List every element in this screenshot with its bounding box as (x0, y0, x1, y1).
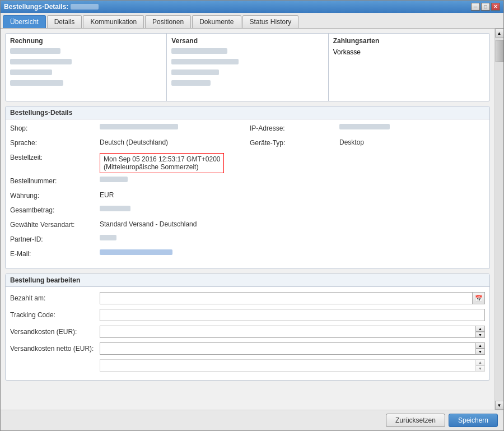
calendar-icon: 📅 (475, 295, 483, 302)
bestellnummer-row: Bestellnummer: (10, 177, 245, 188)
bestellzeit-value: Mon Sep 05 2016 12:53:17 GMT+0200 (Mitte… (100, 153, 245, 173)
tab-positionen[interactable]: Positionen (145, 15, 191, 28)
versandkosten-input[interactable] (100, 326, 476, 338)
gesamtbetrag-label: Gesamtbetrag: (10, 206, 100, 214)
bezahlt-input-group: 📅 (100, 292, 485, 304)
window-controls: ─ □ ✕ (471, 3, 500, 11)
bestellungs-details-header: Bestellungs-Details (6, 106, 489, 119)
email-label: E-Mail: (10, 249, 100, 258)
sprache-row: Sprache: Deutsch (Deutschland) (10, 138, 245, 150)
versand-line1 (171, 48, 323, 57)
bezahlt-input[interactable] (100, 292, 473, 304)
versandkosten-netto-label: Versandkosten netto (EUR): (10, 345, 100, 353)
versandkosten-down-button[interactable]: ▼ (476, 332, 485, 338)
bestellzeit-row: Bestellzeit: Mon Sep 05 2016 12:53:17 GM… (10, 153, 245, 173)
tracking-label: Tracking Code: (10, 311, 100, 319)
reset-button[interactable]: Zurücksetzen (386, 414, 445, 427)
versandart-row: Gewählte Versandart: Standard Versand - … (10, 220, 245, 231)
versandkosten-netto-up-button[interactable]: ▲ (476, 342, 485, 349)
bestellungs-details-section: Bestellungs-Details Shop: (5, 106, 490, 269)
window-title: Bestellungs-Details: (4, 3, 99, 11)
sprache-label: Sprache: (10, 138, 100, 147)
main-area: Rechnung Versand (1, 29, 494, 410)
tab-dokumente[interactable]: Dokumente (192, 15, 241, 28)
zahlungsarten-title: Zahlungsarten (333, 37, 485, 45)
zahlungsarten-panel: Zahlungsarten Vorkasse (329, 34, 489, 101)
geraete-row: Geräte-Typ: Desktop (250, 138, 485, 150)
rechnung-title: Rechnung (10, 37, 162, 45)
ip-label: IP-Adresse: (250, 124, 339, 132)
footer: Zurücksetzen Speichern (1, 410, 503, 430)
bestellung-bearbeiten-header: Bestellung bearbeiten (6, 274, 489, 287)
waehrung-label: Währung: (10, 191, 100, 200)
waehrung-row: Währung: EUR (10, 191, 245, 202)
versandkosten-netto-input-group: ▲ ▼ (100, 342, 485, 355)
versandart-label: Gewählte Versandart: (10, 220, 100, 229)
minimize-icon: ─ (474, 4, 477, 10)
title-bar: Bestellungs-Details: ─ □ ✕ (1, 1, 503, 13)
sprache-value: Deutsch (Deutschland) (100, 138, 245, 146)
scroll-down-icon: ▼ (497, 403, 502, 408)
bestellnummer-label: Bestellnummer: (10, 177, 100, 185)
partner-value (100, 235, 245, 244)
zahlungsarten-value: Vorkasse (333, 48, 485, 56)
tab-kommunikation[interactable]: Kommunikation (83, 15, 144, 28)
extra-up-button[interactable]: ▲ (476, 359, 485, 365)
versand-line2 (171, 59, 323, 68)
partner-label: Partner-ID: (10, 235, 100, 243)
email-value (100, 249, 245, 258)
main-window: Bestellungs-Details: ─ □ ✕ Übersicht Det… (0, 0, 504, 431)
tab-details[interactable]: Details (47, 15, 82, 28)
tracking-input[interactable] (100, 309, 485, 321)
tab-status-history[interactable]: Status History (242, 15, 299, 28)
versand-panel: Versand (167, 34, 328, 101)
versandkosten-up-button[interactable]: ▲ (476, 326, 485, 332)
versandkosten-spinner: ▲ ▼ (476, 326, 485, 338)
bezahlt-row: Bezahlt am: 📅 (10, 291, 485, 305)
scrollbar-thumb[interactable] (496, 40, 503, 62)
calendar-button[interactable]: 📅 (473, 292, 485, 304)
versand-line3 (171, 69, 323, 78)
details-two-col: Shop: Sprache: Deutsch (Deutschland) (10, 124, 485, 264)
versandart-value: Standard Versand - Deutschland (100, 220, 245, 228)
scroll-down-button[interactable]: ▼ (495, 401, 504, 410)
waehrung-value: EUR (100, 191, 245, 199)
versandkosten-input-group: ▲ ▼ (100, 326, 485, 338)
order-time-box: Mon Sep 05 2016 12:53:17 GMT+0200 (Mitte… (100, 153, 224, 173)
save-label: Speichern (458, 416, 488, 424)
versandkosten-netto-input[interactable] (100, 342, 476, 355)
extra-spinner: ▲ ▼ (476, 359, 485, 372)
scrollbar-track (495, 38, 503, 401)
gesamtbetrag-value (100, 206, 245, 215)
geraete-label: Geräte-Typ: (250, 138, 339, 147)
tab-ubersicht[interactable]: Übersicht (3, 15, 46, 28)
scroll-up-button[interactable]: ▲ (495, 29, 504, 38)
geraete-value: Desktop (339, 138, 485, 146)
title-blurred (71, 4, 99, 10)
scroll-up-icon: ▲ (497, 31, 502, 36)
bestellzeit-label: Bestellzeit: (10, 153, 100, 161)
rechnung-line1 (10, 48, 162, 57)
bestellung-bearbeiten-body: Bezahlt am: 📅 Tracking Code: (6, 287, 489, 380)
minimize-button[interactable]: ─ (471, 3, 480, 11)
extra-down-button[interactable]: ▼ (476, 365, 485, 372)
details-col-right: IP-Adresse: Geräte-Typ: Desktop (245, 124, 485, 264)
maximize-button[interactable]: □ (481, 3, 490, 11)
versandkosten-netto-down-button[interactable]: ▼ (476, 349, 485, 355)
extra-row: ▲ ▼ (10, 359, 485, 372)
partner-row: Partner-ID: (10, 235, 245, 246)
versand-line4 (171, 80, 323, 89)
maximize-icon: □ (484, 4, 487, 10)
extra-input[interactable] (100, 359, 476, 372)
bestellung-bearbeiten-section: Bestellung bearbeiten Bezahlt am: 📅 (5, 274, 490, 381)
versandkosten-row: Versandkosten (EUR): ▲ ▼ (10, 325, 485, 339)
reset-label: Zurücksetzen (395, 416, 436, 424)
bezahlt-label: Bezahlt am: (10, 294, 100, 302)
top-panels: Rechnung Versand (5, 33, 490, 101)
rechnung-line2 (10, 59, 162, 68)
tracking-row: Tracking Code: (10, 308, 485, 322)
email-row: E-Mail: (10, 249, 245, 261)
close-button[interactable]: ✕ (491, 3, 500, 11)
save-button[interactable]: Speichern (449, 414, 498, 427)
bestellnummer-value (100, 177, 245, 186)
